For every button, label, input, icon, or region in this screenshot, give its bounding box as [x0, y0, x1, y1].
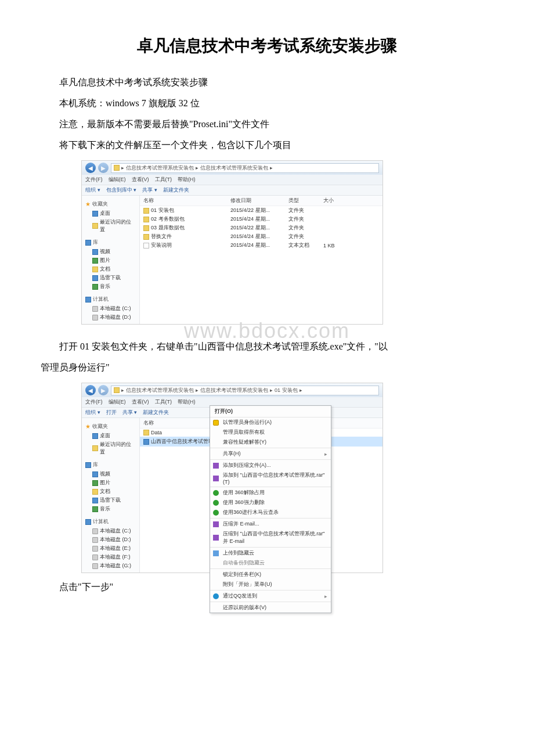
folder-icon [114, 165, 120, 171]
ctx-qq-send[interactable]: 通过QQ发送到▸ [210, 591, 331, 601]
ctx-360-unlock[interactable]: 使用 360解除占用 [210, 488, 331, 498]
menu-edit[interactable]: 编辑(E) [109, 398, 126, 406]
ctx-360-force-del[interactable]: 使用 360强力删除 [210, 498, 331, 507]
sidebar-item-disk-d[interactable]: 本地磁盘 (D:) [85, 313, 136, 322]
col-size[interactable]: 大小 [323, 197, 358, 204]
breadcrumb-3[interactable]: 01 安装包 [275, 387, 298, 394]
ctx-pin-start[interactable]: 附到「开始」菜单(U) [210, 579, 331, 589]
screenshot-2-wrap: ◀ ▶ ▸ 信息技术考试管理系统安装包 ▸ 信息技术考试管理系统安装包 ▸ 01… [81, 383, 493, 573]
col-type[interactable]: 类型 [288, 197, 323, 204]
table-row[interactable]: 03 题库数据包 2015/4/22 星期... 文件夹 [140, 224, 383, 232]
toolbar-organize[interactable]: 组织 ▾ [85, 409, 100, 416]
ctx-compress-rar-email[interactable]: 压缩到 "山西晋中信息技术考试管理系统.rar" 并 E-mail [210, 529, 331, 546]
table-row[interactable]: 02 考务数据包 2015/4/24 星期... 文件夹 [140, 215, 383, 224]
ctx-auto-backup-cloud[interactable]: 自动备份到隐藏云 [210, 558, 331, 568]
sidebar-item-disk-c[interactable]: 本地磁盘 (C:) [85, 304, 136, 313]
sidebar-item-recent[interactable]: 最近访问的位置 [85, 218, 136, 234]
ctx-admin-take-ownership[interactable]: 管理员取得所有权 [210, 427, 331, 437]
toolbar-new-folder[interactable]: 新建文件夹 [143, 409, 169, 416]
sidebar-item-xunlei[interactable]: 迅雷下载 [85, 273, 136, 282]
sidebar-item-disk-g[interactable]: 本地磁盘 (G:) [85, 561, 136, 570]
sidebar-fav-title[interactable]: ★收藏夹 [85, 200, 136, 208]
explorer-window-2: ◀ ▶ ▸ 信息技术考试管理系统安装包 ▸ 信息技术考试管理系统安装包 ▸ 01… [81, 383, 383, 573]
folder-icon [143, 225, 149, 231]
sidebar-item-doc[interactable]: 文档 [85, 265, 136, 273]
sidebar-item-music[interactable]: 音乐 [85, 282, 136, 291]
sidebar-fav-title[interactable]: ★收藏夹 [85, 423, 136, 430]
sidebar-item-doc[interactable]: 文档 [85, 487, 136, 496]
sidebar-comp-title[interactable]: 计算机 [85, 518, 136, 525]
table-row[interactable]: 安装说明 2015/4/24 星期... 文本文档 1 KB [140, 241, 383, 250]
music-icon [92, 284, 98, 290]
toolbar-share[interactable]: 共享 ▾ [142, 186, 157, 194]
menu-view[interactable]: 查看(V) [132, 398, 149, 406]
360-icon [213, 510, 219, 516]
ctx-add-to-rar[interactable]: 添加到 "山西晋中信息技术考试管理系统.rar"(T) [210, 470, 331, 486]
sidebar-item-desktop[interactable]: 桌面 [85, 209, 136, 218]
sidebar-item-disk-c[interactable]: 本地磁盘 (C:) [85, 527, 136, 535]
menu-view[interactable]: 查看(V) [132, 176, 149, 183]
archive-icon [213, 535, 219, 541]
para-3: 注意，最新版本不需要最后替换"Proset.ini"文件文件 [41, 115, 493, 134]
ctx-compat-troubleshoot[interactable]: 兼容性疑难解答(Y) [210, 437, 331, 447]
sidebar-item-image[interactable]: 图片 [85, 256, 136, 265]
table-row[interactable]: 01 安装包 2015/4/22 星期... 文件夹 [140, 206, 383, 215]
back-button[interactable]: ◀ [85, 385, 96, 395]
menu-tools[interactable]: 工具(T) [155, 176, 172, 183]
toolbar-new-folder[interactable]: 新建文件夹 [163, 186, 189, 194]
sidebar-item-recent[interactable]: 最近访问的位置 [85, 440, 136, 456]
back-button[interactable]: ◀ [85, 163, 96, 173]
toolbar-share[interactable]: 共享 ▾ [122, 409, 138, 416]
ctx-upload-cloud[interactable]: 上传到隐藏云 [210, 548, 331, 558]
address-bar[interactable]: ▸ 信息技术考试管理系统安装包 ▸ 信息技术考试管理系统安装包 ▸ 01 安装包… [111, 386, 379, 395]
disk-icon [92, 537, 98, 543]
folder-icon [114, 387, 120, 393]
breadcrumb-1[interactable]: 信息技术考试管理系统安装包 [126, 164, 194, 172]
folder-icon [143, 208, 149, 214]
breadcrumb-2[interactable]: 信息技术考试管理系统安装包 [200, 387, 268, 394]
table-row[interactable]: 替换文件 2015/4/24 星期... 文件夹 [140, 232, 383, 241]
breadcrumb-2[interactable]: 信息技术考试管理系统安装包 [200, 164, 268, 172]
menu-file[interactable]: 文件(F) [85, 176, 103, 183]
ctx-share[interactable]: 共享(H)▸ [210, 449, 331, 459]
sidebar-item-desktop[interactable]: 桌面 [85, 431, 136, 440]
sidebar-lib-title[interactable]: 库 [85, 239, 136, 246]
col-date[interactable]: 修改日期 [230, 197, 288, 204]
ctx-open[interactable]: 打开(O) [210, 406, 331, 417]
sidebar-item-disk-d[interactable]: 本地磁盘 (D:) [85, 535, 136, 544]
sidebar-item-disk-e[interactable]: 本地磁盘 (E:) [85, 544, 136, 553]
menu-help[interactable]: 帮助(H) [178, 398, 196, 406]
sidebar-comp-title[interactable]: 计算机 [85, 296, 136, 303]
sidebar-item-image[interactable]: 图片 [85, 478, 136, 487]
menu-file[interactable]: 文件(F) [85, 398, 103, 406]
sidebar-lib-title[interactable]: 库 [85, 461, 136, 469]
archive-icon [213, 476, 219, 481]
ctx-compress-email[interactable]: 压缩并 E-mail... [210, 519, 331, 529]
ctx-run-as-admin[interactable]: 以管理员身份运行(A) [210, 417, 331, 427]
forward-button[interactable]: ▶ [98, 385, 109, 395]
menu-edit[interactable]: 编辑(E) [109, 176, 126, 183]
col-name[interactable]: 名称 [143, 197, 230, 204]
sidebar-item-music[interactable]: 音乐 [85, 505, 136, 513]
cloud-icon [213, 550, 219, 556]
disk-icon [92, 315, 98, 321]
sidebar-item-video[interactable]: 视频 [85, 247, 136, 256]
sidebar-item-disk-f[interactable]: 本地磁盘 (F:) [85, 553, 136, 561]
toolbar-organize[interactable]: 组织 ▾ [85, 186, 100, 194]
archive-icon [213, 521, 219, 527]
forward-button[interactable]: ▶ [98, 163, 109, 173]
ctx-add-archive[interactable]: 添加到压缩文件(A)... [210, 460, 331, 470]
ctx-360-cloud-scan[interactable]: 使用360进行木马云查杀 [210, 507, 331, 517]
toolbar-include-lib[interactable]: 包含到库中 ▾ [106, 186, 137, 194]
address-bar[interactable]: ▸ 信息技术考试管理系统安装包 ▸ 信息技术考试管理系统安装包 ▸ [111, 163, 379, 173]
menu-help[interactable]: 帮助(H) [178, 176, 196, 183]
breadcrumb-1[interactable]: 信息技术考试管理系统安装包 [126, 387, 194, 394]
ctx-restore-previous[interactable]: 还原以前的版本(V) [210, 603, 331, 613]
toolbar-open[interactable]: 打开 [106, 409, 117, 416]
sidebar-item-xunlei[interactable]: 迅雷下载 [85, 496, 136, 505]
menu-tools[interactable]: 工具(T) [155, 398, 172, 406]
library-icon [85, 240, 91, 246]
para-5b: 管理员身份运行" [41, 358, 493, 377]
sidebar-item-video[interactable]: 视频 [85, 470, 136, 478]
ctx-pin-taskbar[interactable]: 锁定到任务栏(K) [210, 570, 331, 579]
